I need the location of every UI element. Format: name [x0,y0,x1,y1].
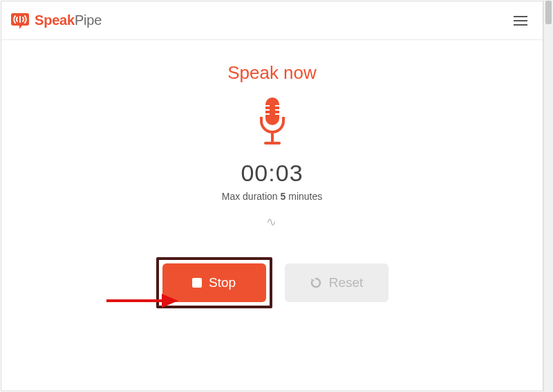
microphone-icon [1,96,543,150]
timer-display: 00:03 [1,160,543,187]
brand-logo[interactable]: SpeakPipe [10,12,102,30]
stop-icon [192,278,202,288]
reset-icon [310,277,322,289]
svg-rect-3 [264,142,281,144]
brand-text: SpeakPipe [35,12,102,28]
max-duration-text: Max duration 5 minutes [1,191,543,202]
svg-rect-1 [265,97,279,125]
scrollbar-thumb[interactable] [545,1,552,24]
recorder-panel: Speak now 00:03 [1,40,543,308]
reset-label: Reset [329,275,364,290]
brand-part-2: Pipe [75,12,102,28]
annotation-highlight: Stop [156,257,272,308]
reset-button[interactable]: Reset [285,263,388,302]
max-prefix: Max duration [222,191,281,202]
max-suffix: minutes [285,191,322,202]
brand-part-1: Speak [35,12,75,28]
header-bar: SpeakPipe [1,1,543,40]
speech-bubble-icon [10,12,30,30]
stop-button[interactable]: Stop [162,263,266,302]
button-row: Stop Reset [1,257,543,308]
wave-decoration: ∿ [1,214,543,230]
vertical-scrollbar[interactable] [543,0,553,392]
recorder-title: Speak now [1,62,543,84]
stop-label: Stop [209,275,236,290]
menu-icon[interactable] [509,12,532,30]
svg-rect-2 [271,133,274,143]
